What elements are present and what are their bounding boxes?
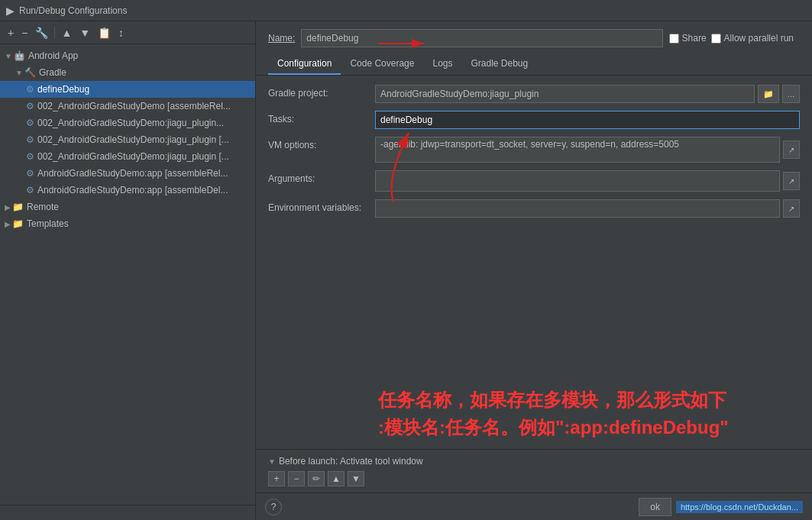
name-row: Name: Share Allow parallel run: [256, 21, 812, 53]
arguments-expand-button[interactable]: ↗: [783, 172, 800, 190]
parallel-run-checkbox[interactable]: [711, 34, 721, 44]
gradle-project-field-group: 📁 ...: [375, 85, 800, 103]
config-tree[interactable]: ▼ 🤖 Android App ▼ 🔨 Gradle ⚙ defineDebug…: [0, 44, 255, 505]
add-config-button[interactable]: +: [5, 25, 17, 40]
tab-configuration[interactable]: Configuration: [268, 53, 341, 75]
tree-item-gradle[interactable]: ▼ 🔨 Gradle: [0, 64, 255, 81]
annotation-text-line2: :模块名:任务名。例如":app:defineDebug": [378, 414, 804, 441]
share-checkbox[interactable]: [669, 34, 679, 44]
toolbar-separator: [54, 27, 55, 39]
config-icon-1: ⚙: [26, 101, 34, 111]
tasks-arrow: [355, 118, 432, 209]
name-input[interactable]: [301, 29, 662, 47]
tasks-label: Tasks:: [268, 111, 375, 124]
arguments-field-group: ↗: [375, 170, 800, 192]
tree-item-config4[interactable]: ⚙ 002_AndroidGradleStudyDemo:jiagu_plugi…: [0, 148, 255, 165]
env-variables-label: Environment variables:: [268, 199, 375, 213]
tree-item-config6[interactable]: ⚙ AndroidGradleStudyDemo:app [assembleDe…: [0, 182, 255, 199]
vm-options-row: VM options: -agentlib: jdwp=transport=dt…: [268, 137, 800, 163]
expand-arrow-templates: ▶: [5, 220, 11, 228]
left-panel: + − 🔧 ▲ ▼ 📋 ↕ ▼ 🤖 Android App ▼ 🔨 Gradle: [0, 21, 256, 520]
right-panel: Name: Share Allow parallel run: [256, 21, 812, 520]
tree-label-gradle: Gradle: [39, 67, 66, 78]
expand-arrow-android: ▼: [5, 52, 12, 60]
gradle-project-input[interactable]: [375, 85, 755, 103]
help-button[interactable]: ?: [265, 499, 282, 515]
tree-label-android-app: Android App: [28, 50, 78, 61]
env-variables-expand-button[interactable]: ↗: [783, 199, 800, 218]
left-toolbar: + − 🔧 ▲ ▼ 📋 ↕: [0, 21, 255, 44]
remote-folder-icon: 📁: [12, 202, 24, 212]
main-container: + − 🔧 ▲ ▼ 📋 ↕ ▼ 🤖 Android App ▼ 🔨 Gradle: [0, 21, 812, 520]
tree-label-templates: Templates: [27, 218, 69, 229]
arguments-row: Arguments: ↗: [268, 170, 800, 192]
remove-config-button[interactable]: −: [18, 25, 31, 40]
run-debug-icon: ▶: [6, 5, 15, 17]
before-launch-down-button[interactable]: ▼: [348, 471, 364, 486]
gradle-project-browse-button[interactable]: 📁: [758, 85, 779, 103]
move-up-button[interactable]: ▲: [58, 25, 75, 40]
tab-gradle-debug[interactable]: Gradle Debug: [461, 53, 537, 75]
arguments-input[interactable]: [375, 170, 780, 192]
share-label: Share: [682, 33, 707, 44]
share-checkbox-label[interactable]: Share: [669, 33, 707, 44]
before-launch-arrow-icon: ▼: [268, 457, 276, 466]
tree-item-config1[interactable]: ⚙ 002_AndroidGradleStudyDemo [assembleRe…: [0, 98, 255, 115]
gradle-project-row: Gradle project: 📁 ...: [268, 85, 800, 103]
vm-options-expand-button[interactable]: ↗: [783, 140, 800, 159]
android-icon: 🤖: [14, 50, 25, 61]
move-down-button[interactable]: ▼: [76, 25, 93, 40]
arguments-label: Arguments:: [268, 170, 375, 184]
tree-label-config4: 002_AndroidGradleStudyDemo:jiagu_plugin …: [37, 151, 229, 162]
before-launch-edit-button[interactable]: ✏: [308, 471, 325, 486]
tree-item-remote[interactable]: ▶ 📁 Remote: [0, 199, 255, 215]
tree-label-config3: 002_AndroidGradleStudyDemo:jiagu_plugin …: [37, 134, 229, 145]
form-area: Gradle project: 📁 ... Tasks:: [256, 76, 812, 449]
tasks-field-group: [375, 111, 800, 129]
before-launch-section: ▼ Before launch: Activate tool window + …: [256, 449, 812, 493]
before-launch-remove-button[interactable]: −: [288, 471, 305, 486]
parallel-run-label: Allow parallel run: [724, 33, 794, 44]
title-bar: ▶ Run/Debug Configurations: [0, 0, 812, 21]
before-launch-up-button[interactable]: ▲: [328, 471, 345, 486]
env-variables-input[interactable]: [375, 199, 780, 218]
tab-code-coverage[interactable]: Code Coverage: [341, 53, 423, 75]
expand-arrow-remote: ▶: [5, 203, 11, 212]
before-launch-add-button[interactable]: +: [268, 471, 285, 486]
vm-options-input[interactable]: -agentlib: jdwp=transport=dt_socket, ser…: [375, 137, 780, 163]
gradle-project-more-button[interactable]: ...: [782, 85, 800, 103]
tree-item-config3[interactable]: ⚙ 002_AndroidGradleStudyDemo:jiagu_plugi…: [0, 131, 255, 148]
tab-logs[interactable]: Logs: [423, 53, 461, 75]
vm-options-field-group: -agentlib: jdwp=transport=dt_socket, ser…: [375, 137, 800, 163]
tree-label-config6: AndroidGradleStudyDemo:app [assembleDel.…: [37, 185, 228, 195]
config-icon-6: ⚙: [26, 185, 34, 195]
window-title: Run/Debug Configurations: [19, 5, 127, 16]
before-launch-label: Before launch: Activate tool window: [279, 456, 423, 467]
bottom-bar: ? ok https://blog.csdn.net/Duckdan...: [256, 493, 812, 520]
tree-item-templates[interactable]: ▶ 📁 Templates: [0, 215, 255, 232]
left-panel-bottom: [0, 505, 255, 520]
templates-folder-icon: 📁: [12, 218, 24, 229]
ok-button[interactable]: ok: [639, 498, 671, 516]
tree-item-config2[interactable]: ⚙ 002_AndroidGradleStudyDemo:jiagu_plugi…: [0, 115, 255, 131]
tasks-input[interactable]: [375, 111, 800, 129]
config-icon-defineDebug: ⚙: [26, 84, 34, 95]
gradle-project-label: Gradle project:: [268, 85, 375, 99]
edit-config-button[interactable]: 🔧: [32, 25, 51, 40]
gradle-icon: 🔨: [24, 67, 36, 78]
config-icon-4: ⚙: [26, 151, 34, 162]
tree-item-config5[interactable]: ⚙ AndroidGradleStudyDemo:app [assembleRe…: [0, 165, 255, 182]
sort-button[interactable]: ↕: [115, 25, 127, 40]
tree-item-defineDebug[interactable]: ⚙ defineDebug: [0, 81, 255, 98]
parallel-run-checkbox-label[interactable]: Allow parallel run: [711, 33, 794, 44]
config-icon-5: ⚙: [26, 168, 34, 179]
tree-item-android-app[interactable]: ▼ 🤖 Android App: [0, 47, 255, 64]
before-launch-toolbar: + − ✏ ▲ ▼: [268, 471, 800, 486]
env-variables-row: Environment variables: ↗: [268, 199, 800, 218]
annotation-text-line1: 任务名称，如果存在多模块，那么形式如下: [378, 386, 804, 414]
copy-config-button[interactable]: 📋: [95, 25, 114, 40]
top-right-controls: Share Allow parallel run: [669, 33, 800, 44]
tree-label-remote: Remote: [27, 202, 59, 212]
tabs-row: Configuration Code Coverage Logs Gradle …: [256, 53, 812, 76]
tree-label-config2: 002_AndroidGradleStudyDemo:jiagu_plugin.…: [37, 118, 224, 128]
